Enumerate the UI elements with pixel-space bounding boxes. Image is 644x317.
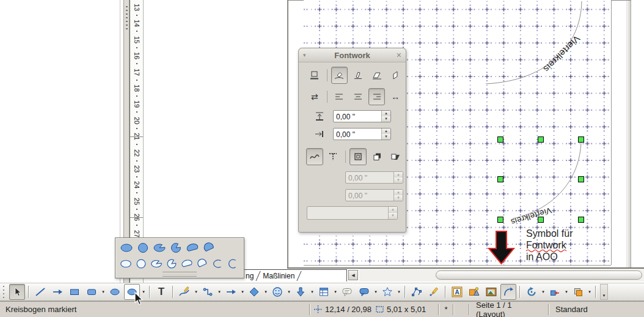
lines-arrows-button[interactable] (223, 284, 239, 300)
flowchart-dropdown-icon[interactable]: ▾ (332, 285, 338, 299)
palette-ellipse-segment-button[interactable] (184, 241, 200, 255)
horizontal-scrollbar-thumb[interactable] (436, 270, 642, 280)
palette-circle-arc-button[interactable] (225, 257, 240, 270)
glue-points-button[interactable] (426, 284, 442, 300)
callout-tool-button[interactable] (339, 284, 355, 300)
splitter-grip-icon[interactable] (126, 6, 128, 29)
ellipse-tool-button[interactable] (107, 284, 123, 300)
fontwork-slant-vertical-button[interactable] (387, 67, 404, 84)
fontwork-orientation-button[interactable]: ⇄ (306, 88, 323, 105)
line-arrow-tool-button[interactable] (49, 284, 65, 300)
palette-ellipse-outline-button[interactable] (118, 257, 133, 270)
effects-button[interactable] (500, 284, 516, 300)
panel-menu-icon[interactable]: ▾ (303, 52, 310, 58)
fontwork-autosize-button[interactable]: ↔ (387, 88, 404, 105)
indent-value[interactable]: 0,00 " (334, 129, 381, 140)
selection-handle[interactable] (538, 217, 544, 223)
fontwork-align-left-button[interactable] (331, 88, 348, 105)
ruler-margin-tick[interactable] (130, 217, 143, 218)
palette-ellipse-segment-outline-button[interactable] (179, 257, 194, 270)
rotate-dropdown-icon[interactable]: ▾ (540, 285, 546, 299)
palette-circle-segment-button[interactable] (200, 241, 217, 255)
from-file-button[interactable] (466, 284, 482, 300)
toolbar-grip[interactable] (2, 286, 7, 298)
palette-ellipse-arc-button[interactable] (210, 257, 225, 270)
status-position-size[interactable]: 12,14 / 20,98 5,01 x 5,01 (310, 305, 438, 314)
selection-handle[interactable] (498, 217, 503, 223)
indent-field[interactable]: 0,00 " ▲▼ (333, 128, 391, 140)
fontwork-slant-horizontal-button[interactable] (368, 67, 386, 84)
line-tool-button[interactable] (32, 284, 48, 300)
symbol-shapes-dropdown-icon[interactable]: ▾ (286, 285, 292, 299)
connector-dropdown-icon[interactable]: ▾ (216, 285, 222, 299)
curve-tool-button[interactable] (177, 284, 192, 300)
palette-circle-pie-button[interactable] (167, 241, 184, 255)
spin-down-icon[interactable]: ▼ (382, 134, 390, 140)
fontwork-gallery-button[interactable]: A (449, 284, 465, 300)
basic-shapes-dropdown-icon[interactable]: ▾ (263, 285, 269, 299)
fontwork-upright-button[interactable] (349, 67, 367, 84)
palette-ellipse-button[interactable] (118, 241, 134, 255)
palette-circle-pie-outline-button[interactable] (164, 257, 179, 270)
spinner[interactable]: ▲▼ (381, 129, 390, 140)
distance-value[interactable]: 0,00 " (334, 111, 381, 122)
arrange-dropdown-icon[interactable]: ▾ (587, 285, 593, 299)
edit-points-button[interactable] (409, 284, 425, 300)
callout-shapes-button[interactable] (356, 284, 372, 300)
spin-up-icon[interactable]: ▲ (382, 129, 390, 134)
gallery-button[interactable] (483, 284, 499, 300)
flowchart-button[interactable] (316, 284, 332, 300)
alignment-button[interactable] (547, 284, 563, 300)
fontwork-off-button[interactable] (306, 67, 323, 84)
block-arrows-dropdown-icon[interactable]: ▾ (309, 285, 315, 299)
fontwork-shadow-off-button[interactable] (349, 148, 367, 165)
basic-shapes-button[interactable] (246, 284, 262, 300)
palette-ellipse-pie-button[interactable] (151, 241, 167, 255)
palette-ellipse-pie-outline-button[interactable] (148, 257, 164, 270)
fontwork-align-right-button[interactable] (368, 88, 386, 105)
block-arrows-button[interactable] (293, 284, 309, 300)
palette-drag-grip[interactable] (163, 272, 197, 277)
stars-button[interactable] (379, 284, 395, 300)
fontwork-text-contour-button[interactable] (325, 148, 342, 165)
toolbar-overflow-button[interactable]: ▾ (600, 284, 608, 300)
spin-up-icon[interactable]: ▲ (382, 111, 390, 116)
palette-circle-segment-outline-button[interactable] (194, 257, 210, 270)
fontwork-shadow-slant-button[interactable] (387, 148, 404, 165)
rectangle-tool-button[interactable] (67, 284, 82, 300)
symbol-shapes-button[interactable] (269, 284, 285, 300)
fontwork-rotate-button[interactable] (331, 67, 348, 84)
select-tool-button[interactable] (9, 284, 25, 300)
fontwork-shadow-vertical-button[interactable] (368, 148, 386, 165)
close-icon[interactable]: × (394, 50, 401, 60)
selection-handle[interactable] (579, 177, 584, 182)
selection-handle[interactable] (538, 137, 544, 143)
rotate-button[interactable] (524, 284, 540, 300)
arrange-button[interactable] (570, 284, 586, 300)
distance-field[interactable]: 0,00 " ▲▼ (333, 110, 391, 122)
rectangle-dropdown-icon[interactable]: ▾ (100, 285, 106, 299)
text-tool-button[interactable]: T (153, 284, 169, 300)
layer-tab-masslinien[interactable]: Maßlinien (263, 272, 295, 280)
ruler-margin-tick[interactable] (130, 136, 143, 137)
alignment-dropdown-icon[interactable]: ▾ (563, 285, 569, 299)
curve-dropdown-icon[interactable]: ▾ (193, 285, 199, 299)
selection-handle[interactable] (579, 137, 584, 143)
callout-dropdown-icon[interactable]: ▾ (373, 285, 379, 299)
stars-dropdown-icon[interactable]: ▾ (396, 285, 402, 299)
status-page-style[interactable]: Standard (549, 305, 594, 314)
rectangle-flyout-button[interactable] (84, 284, 100, 300)
spinner[interactable]: ▲▼ (381, 111, 390, 122)
selection-handle[interactable] (498, 177, 503, 182)
status-page-indicator[interactable]: Seite 1 / 1 (Layout) (470, 300, 548, 317)
fontwork-contour-button[interactable] (306, 148, 323, 165)
selection-handle[interactable] (498, 137, 503, 143)
connector-tool-button[interactable] (200, 284, 216, 300)
palette-circle-button[interactable] (134, 241, 151, 255)
fontwork-align-center-button[interactable] (349, 88, 367, 105)
fontwork-titlebar[interactable]: ▾ Fontwork × (299, 48, 406, 62)
palette-circle-outline-button[interactable] (133, 257, 148, 270)
tab-scroll-left-button[interactable]: ◀ (348, 270, 358, 280)
selection-handle[interactable] (579, 217, 584, 223)
spin-down-icon[interactable]: ▼ (382, 116, 390, 122)
